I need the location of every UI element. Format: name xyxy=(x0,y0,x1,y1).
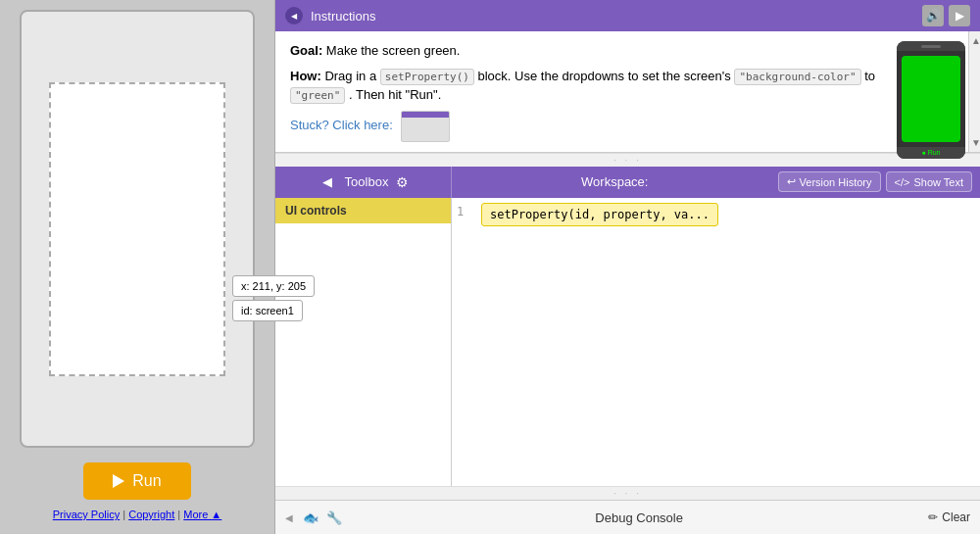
version-history-icon: ↩ xyxy=(787,175,796,188)
run-button[interactable]: Run xyxy=(83,462,190,500)
goal-line: Goal: Make the screen green. xyxy=(290,41,965,61)
right-panel: Instructions 🔊 ▶ Goal: Make the screen g… xyxy=(274,0,980,534)
version-history-button[interactable]: ↩ Version History xyxy=(778,171,881,192)
how-text-2: block. Use the dropdowns to set the scre… xyxy=(478,69,735,83)
bg-color-badge: "background-color" xyxy=(734,69,860,85)
instructions-header-left: Instructions xyxy=(285,7,375,24)
scroll-up-button[interactable]: ▲ xyxy=(969,31,980,50)
copyright-link[interactable]: Copyright xyxy=(128,509,174,520)
hint-image xyxy=(401,111,450,142)
green-badge: "green" xyxy=(290,87,345,104)
volume-button[interactable]: 🔊 xyxy=(922,5,944,26)
how-text-4: . Then hit "Run". xyxy=(349,87,441,102)
scroll-down-button[interactable]: ▼ xyxy=(969,133,980,152)
code-workspace: 1 setProperty(id, property, va... xyxy=(452,198,980,487)
more-link[interactable]: More ▲ xyxy=(183,509,221,520)
how-label: How: xyxy=(290,69,321,83)
workspace-actions: ↩ Version History </> Show Text xyxy=(778,171,980,192)
workspace-toolbar: ◀ Toolbox ⚙ Workspace: ↩ Version History… xyxy=(275,167,980,198)
stuck-label[interactable]: Stuck? Click here: xyxy=(290,118,393,132)
privacy-policy-link[interactable]: Privacy Policy xyxy=(53,509,120,520)
line-numbers: 1 xyxy=(457,203,481,482)
debug-middle-icon: 🐟 xyxy=(303,510,318,525)
separator-top: · · · xyxy=(275,153,980,167)
phone-screen xyxy=(902,56,960,142)
instructions-header: Instructions 🔊 ▶ xyxy=(275,0,980,31)
set-property-block[interactable]: setProperty(id, property, va... xyxy=(481,203,718,226)
show-text-label: Show Text xyxy=(913,176,963,188)
coordinate-tooltip: x: 211, y: 205 xyxy=(232,275,315,297)
instructions-title: Instructions xyxy=(311,9,375,24)
how-text-1: Drag in a xyxy=(324,69,379,83)
workspace-content: UI controls 1 setProperty(id, property, … xyxy=(275,198,980,487)
separator-bottom: · · · xyxy=(275,486,980,500)
how-line: How: Drag in a setProperty() block. Use … xyxy=(290,67,965,105)
toolbox-section: ◀ Toolbox ⚙ xyxy=(275,167,452,198)
goal-label: Goal: xyxy=(290,43,322,58)
play-button[interactable]: ▶ xyxy=(949,5,970,26)
simulator-screen: x: 211, y: 205 id: screen1 xyxy=(49,82,225,376)
simulator-panel: x: 211, y: 205 id: screen1 Run Privacy P… xyxy=(0,0,274,534)
how-text-3: to xyxy=(864,69,875,83)
instructions-controls: 🔊 ▶ xyxy=(922,5,970,26)
code-area[interactable]: setProperty(id, property, va... xyxy=(481,203,975,482)
goal-text: Make the screen green. xyxy=(326,43,461,58)
clear-label: Clear xyxy=(942,510,970,524)
instructions-body: Goal: Make the screen green. How: Drag i… xyxy=(275,31,980,152)
toolbox-panel: UI controls xyxy=(275,198,452,487)
phone-image: ● Run xyxy=(897,41,965,159)
version-history-label: Version History xyxy=(800,176,872,188)
simulator-frame: x: 211, y: 205 id: screen1 xyxy=(20,10,255,448)
phone-bottom-bar: ● Run xyxy=(897,147,965,159)
debug-left-icon: ◀ xyxy=(285,512,295,523)
stuck-line: Stuck? Click here: xyxy=(290,111,965,142)
run-button-label: Run xyxy=(132,472,161,490)
debug-wrench-icon: 🔧 xyxy=(326,510,342,525)
instructions-scroll: ▲ ▼ xyxy=(968,31,980,152)
workspace-label: Workspace: xyxy=(452,174,778,189)
toolbox-back-button[interactable]: ◀ xyxy=(318,174,337,189)
eraser-icon: ✏ xyxy=(928,510,938,524)
clear-button[interactable]: ✏ Clear xyxy=(928,510,970,524)
phone-preview: ● Run xyxy=(897,41,965,159)
workspace-area: ◀ Toolbox ⚙ Workspace: ↩ Version History… xyxy=(275,167,980,487)
play-icon xyxy=(113,474,124,488)
footer-links: Privacy Policy | Copyright | More ▲ xyxy=(53,505,222,524)
gear-icon[interactable]: ⚙ xyxy=(396,174,409,190)
code-icon: </> xyxy=(895,176,910,188)
debug-label: Debug Console xyxy=(350,510,928,525)
toolbox-category-ui-controls[interactable]: UI controls xyxy=(275,198,451,223)
id-tooltip: id: screen1 xyxy=(232,300,303,321)
show-text-button[interactable]: </> Show Text xyxy=(886,171,972,192)
line-number-1: 1 xyxy=(457,205,481,218)
back-arrow-button[interactable] xyxy=(285,7,303,24)
toolbox-label: Toolbox xyxy=(345,174,389,189)
instructions-panel: Instructions 🔊 ▶ Goal: Make the screen g… xyxy=(275,0,980,153)
phone-bottom-text: ● Run xyxy=(921,148,940,159)
set-property-badge: setProperty() xyxy=(380,69,474,85)
debug-console: ◀ 🐟 🔧 Debug Console ✏ Clear xyxy=(275,500,980,534)
